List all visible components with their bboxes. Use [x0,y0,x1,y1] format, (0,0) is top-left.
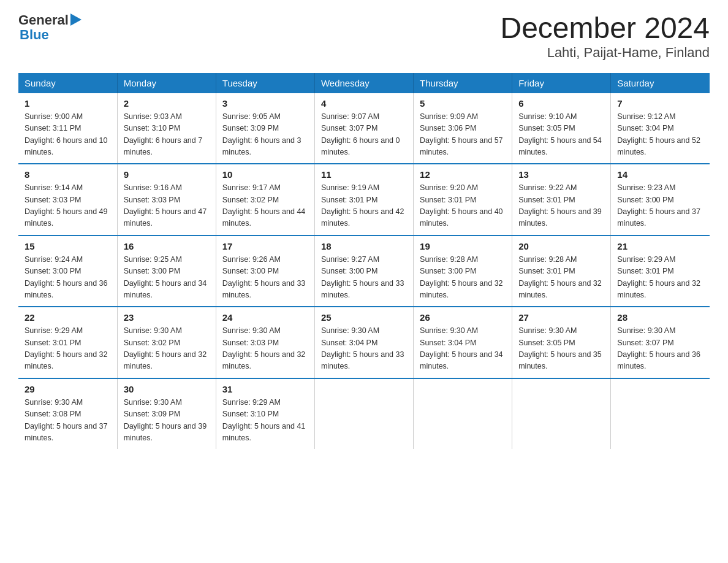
day-cell: 29 Sunrise: 9:30 AM Sunset: 3:08 PM Dayl… [18,378,117,450]
day-cell [512,378,611,450]
day-cell: 4 Sunrise: 9:07 AM Sunset: 3:07 PM Dayli… [314,93,413,164]
day-cell [414,378,512,450]
week-row-3: 15 Sunrise: 9:24 AM Sunset: 3:00 PM Dayl… [18,236,710,307]
day-cell: 16 Sunrise: 9:25 AM Sunset: 3:00 PM Dayl… [117,236,216,307]
day-cell: 15 Sunrise: 9:24 AM Sunset: 3:00 PM Dayl… [18,236,117,307]
day-number: 2 [124,98,210,109]
day-cell: 9 Sunrise: 9:16 AM Sunset: 3:03 PM Dayli… [117,164,216,236]
logo-icon: General Blue [18,12,82,43]
day-cell: 28 Sunrise: 9:30 AM Sunset: 3:07 PM Dayl… [611,307,710,378]
day-info: Sunrise: 9:27 AM Sunset: 3:00 PM Dayligh… [321,254,407,302]
header-row: Sunday Monday Tuesday Wednesday Thursday… [18,73,710,93]
day-cell: 8 Sunrise: 9:14 AM Sunset: 3:03 PM Dayli… [18,164,117,236]
day-number: 11 [321,169,407,180]
logo-blue: Blue [20,27,49,43]
page-header: General Blue December 2024 Lahti, Paijat… [18,12,710,61]
day-info: Sunrise: 9:16 AM Sunset: 3:03 PM Dayligh… [124,182,210,230]
day-number: 7 [617,98,703,109]
day-info: Sunrise: 9:26 AM Sunset: 3:00 PM Dayligh… [222,254,308,302]
day-info: Sunrise: 9:00 AM Sunset: 3:11 PM Dayligh… [25,111,111,159]
day-info: Sunrise: 9:07 AM Sunset: 3:07 PM Dayligh… [321,111,407,159]
day-number: 15 [25,241,111,251]
day-info: Sunrise: 9:25 AM Sunset: 3:00 PM Dayligh… [124,254,210,302]
calendar-header: Sunday Monday Tuesday Wednesday Thursday… [18,73,710,93]
day-number: 19 [420,241,506,251]
day-info: Sunrise: 9:28 AM Sunset: 3:01 PM Dayligh… [518,254,604,302]
day-cell: 26 Sunrise: 9:30 AM Sunset: 3:04 PM Dayl… [414,307,512,378]
day-info: Sunrise: 9:14 AM Sunset: 3:03 PM Dayligh… [25,182,111,230]
col-tuesday: Tuesday [216,73,314,93]
day-number: 17 [222,241,308,251]
day-cell: 17 Sunrise: 9:26 AM Sunset: 3:00 PM Dayl… [216,236,314,307]
day-number: 28 [617,312,703,323]
day-cell: 2 Sunrise: 9:03 AM Sunset: 3:10 PM Dayli… [117,93,216,164]
day-number: 30 [124,384,210,394]
day-info: Sunrise: 9:23 AM Sunset: 3:00 PM Dayligh… [617,182,703,230]
day-cell: 13 Sunrise: 9:22 AM Sunset: 3:01 PM Dayl… [512,164,611,236]
day-info: Sunrise: 9:28 AM Sunset: 3:00 PM Dayligh… [420,254,506,302]
day-cell: 11 Sunrise: 9:19 AM Sunset: 3:01 PM Dayl… [314,164,413,236]
day-info: Sunrise: 9:30 AM Sunset: 3:04 PM Dayligh… [321,325,407,373]
day-cell: 31 Sunrise: 9:29 AM Sunset: 3:10 PM Dayl… [216,378,314,450]
day-number: 29 [25,384,111,394]
day-number: 13 [518,169,604,180]
day-number: 31 [222,384,308,394]
day-info: Sunrise: 9:30 AM Sunset: 3:03 PM Dayligh… [222,325,308,373]
day-number: 23 [124,312,210,323]
day-cell: 27 Sunrise: 9:30 AM Sunset: 3:05 PM Dayl… [512,307,611,378]
logo-general: General [18,12,69,28]
day-info: Sunrise: 9:22 AM Sunset: 3:01 PM Dayligh… [518,182,604,230]
day-info: Sunrise: 9:30 AM Sunset: 3:07 PM Dayligh… [617,325,703,373]
col-saturday: Saturday [611,73,710,93]
title-block: December 2024 Lahti, Paijat-Hame, Finlan… [500,12,710,61]
day-number: 8 [25,169,111,180]
week-row-2: 8 Sunrise: 9:14 AM Sunset: 3:03 PM Dayli… [18,164,710,236]
day-cell: 5 Sunrise: 9:09 AM Sunset: 3:06 PM Dayli… [414,93,512,164]
week-row-4: 22 Sunrise: 9:29 AM Sunset: 3:01 PM Dayl… [18,307,710,378]
calendar-subtitle: Lahti, Paijat-Hame, Finland [500,45,710,61]
day-number: 14 [617,169,703,180]
day-info: Sunrise: 9:09 AM Sunset: 3:06 PM Dayligh… [420,111,506,159]
day-cell: 14 Sunrise: 9:23 AM Sunset: 3:00 PM Dayl… [611,164,710,236]
col-sunday: Sunday [18,73,117,93]
day-info: Sunrise: 9:03 AM Sunset: 3:10 PM Dayligh… [124,111,210,159]
day-cell: 23 Sunrise: 9:30 AM Sunset: 3:02 PM Dayl… [117,307,216,378]
day-info: Sunrise: 9:24 AM Sunset: 3:00 PM Dayligh… [25,254,111,302]
day-cell: 24 Sunrise: 9:30 AM Sunset: 3:03 PM Dayl… [216,307,314,378]
svg-marker-0 [70,13,82,26]
day-info: Sunrise: 9:29 AM Sunset: 3:01 PM Dayligh… [25,325,111,373]
day-number: 21 [617,241,703,251]
day-cell: 25 Sunrise: 9:30 AM Sunset: 3:04 PM Dayl… [314,307,413,378]
day-number: 3 [222,98,308,109]
day-info: Sunrise: 9:19 AM Sunset: 3:01 PM Dayligh… [321,182,407,230]
week-row-1: 1 Sunrise: 9:00 AM Sunset: 3:11 PM Dayli… [18,93,710,164]
day-info: Sunrise: 9:29 AM Sunset: 3:10 PM Dayligh… [222,397,308,445]
day-number: 22 [25,312,111,323]
day-cell: 20 Sunrise: 9:28 AM Sunset: 3:01 PM Dayl… [512,236,611,307]
day-cell [611,378,710,450]
calendar-table: Sunday Monday Tuesday Wednesday Thursday… [18,73,710,450]
col-friday: Friday [512,73,611,93]
day-cell: 3 Sunrise: 9:05 AM Sunset: 3:09 PM Dayli… [216,93,314,164]
col-monday: Monday [117,73,216,93]
day-info: Sunrise: 9:12 AM Sunset: 3:04 PM Dayligh… [617,111,703,159]
day-number: 1 [25,98,111,109]
day-number: 5 [420,98,506,109]
day-cell: 10 Sunrise: 9:17 AM Sunset: 3:02 PM Dayl… [216,164,314,236]
col-wednesday: Wednesday [314,73,413,93]
day-cell: 19 Sunrise: 9:28 AM Sunset: 3:00 PM Dayl… [414,236,512,307]
day-info: Sunrise: 9:30 AM Sunset: 3:09 PM Dayligh… [124,397,210,445]
day-cell: 21 Sunrise: 9:29 AM Sunset: 3:01 PM Dayl… [611,236,710,307]
day-info: Sunrise: 9:30 AM Sunset: 3:05 PM Dayligh… [518,325,604,373]
day-number: 4 [321,98,407,109]
day-info: Sunrise: 9:05 AM Sunset: 3:09 PM Dayligh… [222,111,308,159]
day-number: 27 [518,312,604,323]
day-number: 12 [420,169,506,180]
day-number: 25 [321,312,407,323]
week-row-5: 29 Sunrise: 9:30 AM Sunset: 3:08 PM Dayl… [18,378,710,450]
day-info: Sunrise: 9:17 AM Sunset: 3:02 PM Dayligh… [222,182,308,230]
day-info: Sunrise: 9:30 AM Sunset: 3:02 PM Dayligh… [124,325,210,373]
day-cell: 12 Sunrise: 9:20 AM Sunset: 3:01 PM Dayl… [414,164,512,236]
day-info: Sunrise: 9:20 AM Sunset: 3:01 PM Dayligh… [420,182,506,230]
day-cell [314,378,413,450]
